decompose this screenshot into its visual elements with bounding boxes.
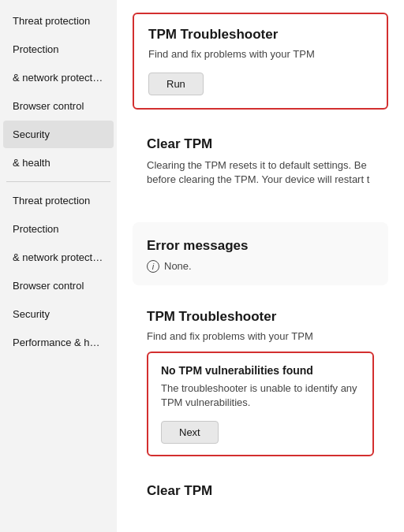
error-messages-title: Error messages	[147, 238, 374, 254]
run-button[interactable]: Run	[148, 73, 204, 95]
next-button[interactable]: Next	[161, 421, 219, 444]
sidebar-item-security-1[interactable]: Security	[3, 121, 114, 148]
clear-tpm-title-bottom: Clear TPM	[147, 483, 374, 499]
error-none-label: None.	[164, 260, 192, 272]
sidebar-item-protection-2[interactable]: Protection	[3, 215, 114, 243]
sidebar-item-browser-control-1[interactable]: Browser control	[3, 92, 114, 120]
sidebar: Threat protection Protection & network p…	[0, 0, 117, 532]
tpm-troubleshooter-desc-top: Find and fix problems with your TPM	[148, 47, 372, 61]
sidebar-item-threat-protection-1[interactable]: Threat protection	[3, 7, 114, 35]
clear-tpm-title-top: Clear TPM	[147, 136, 374, 152]
tpm-troubleshooter-title-bottom: TPM Troubleshooter	[147, 309, 374, 325]
result-box: No TPM vulnerabilities found The trouble…	[147, 352, 374, 456]
content-scroll: TPM Troubleshooter Find and fix problems…	[117, 0, 404, 532]
result-title: No TPM vulnerabilities found	[161, 364, 360, 377]
tpm-troubleshooter-title-top: TPM Troubleshooter	[148, 27, 372, 43]
result-desc: The troubleshooter is unable to identify…	[161, 381, 360, 410]
info-icon: i	[147, 260, 159, 273]
main-content: TPM Troubleshooter Find and fix problems…	[117, 0, 404, 532]
sidebar-item-health-1[interactable]: & health	[3, 149, 114, 177]
clear-tpm-card-bottom: Clear TPM	[133, 467, 388, 518]
sidebar-item-network-protection-2[interactable]: & network protection	[3, 244, 114, 271]
tpm-troubleshooter-card-top: TPM Troubleshooter Find and fix problems…	[133, 13, 388, 110]
sidebar-divider	[6, 181, 110, 182]
sidebar-item-network-protection-1[interactable]: & network protection	[3, 64, 114, 91]
sidebar-item-protection-1[interactable]: Protection	[3, 35, 114, 63]
clear-tpm-desc-top: Clearing the TPM resets it to default se…	[147, 158, 374, 187]
sidebar-item-security-2[interactable]: Security	[3, 300, 114, 328]
error-none-row: i None.	[147, 260, 374, 273]
sidebar-item-performance-health[interactable]: Performance & health	[3, 329, 114, 356]
tpm-troubleshooter-card-bottom: TPM Troubleshooter Find and fix problems…	[133, 296, 388, 457]
sidebar-item-threat-protection-2[interactable]: Threat protection	[3, 187, 114, 214]
sidebar-item-browser-control-2[interactable]: Browser control	[3, 272, 114, 299]
tpm-troubleshooter-desc-bottom: Find and fix problems with your TPM	[147, 329, 374, 344]
error-messages-section: Error messages i None.	[133, 222, 388, 285]
clear-tpm-card-top: Clear TPM Clearing the TPM resets it to …	[133, 121, 388, 210]
